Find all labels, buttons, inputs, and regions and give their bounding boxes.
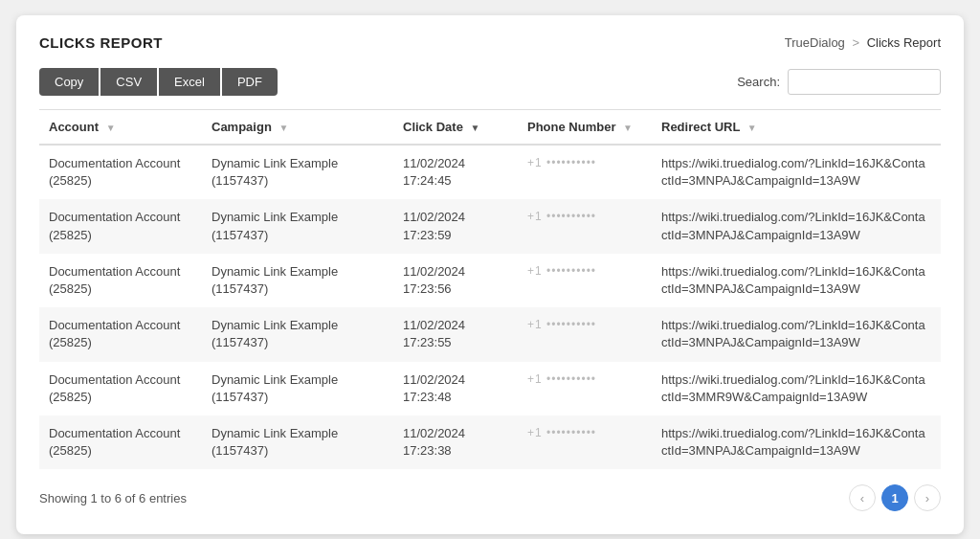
cell-click-date: 11/02/2024 17:23:48 — [393, 362, 518, 415]
pagination: ‹ 1 › — [849, 484, 941, 511]
col-header-account[interactable]: Account ▼ — [39, 110, 202, 146]
breadcrumb-current: Clicks Report — [867, 35, 941, 50]
toolbar: Copy CSV Excel PDF Search: — [39, 68, 941, 96]
cell-account: Documentation Account (25825) — [39, 415, 202, 469]
table-row: Documentation Account (25825)Dynamic Lin… — [39, 415, 941, 469]
cell-redirect-url: https://wiki.truedialog.com/?LinkId=16JK… — [652, 307, 941, 361]
footer: Showing 1 to 6 of 6 entries ‹ 1 › — [39, 484, 941, 511]
cell-campaign: Dynamic Link Example (1157437) — [202, 254, 393, 307]
cell-account: Documentation Account (25825) — [39, 199, 202, 253]
main-container: CLICKS REPORT TrueDialog > Clicks Report… — [16, 15, 964, 534]
cell-campaign: Dynamic Link Example (1157437) — [202, 307, 393, 361]
cell-redirect-url: https://wiki.truedialog.com/?LinkId=16JK… — [652, 199, 941, 253]
cell-click-date: 11/02/2024 17:23:59 — [393, 199, 518, 253]
table-row: Documentation Account (25825)Dynamic Lin… — [39, 199, 941, 253]
col-header-campaign[interactable]: Campaign ▼ — [202, 110, 393, 146]
cell-click-date: 11/02/2024 17:24:45 — [393, 145, 518, 199]
cell-phone-number: +1 •••••••••• — [518, 199, 652, 253]
table-wrapper: Account ▼ Campaign ▼ Click Date ▼ Phone … — [39, 109, 941, 469]
pdf-button[interactable]: PDF — [222, 68, 278, 96]
next-page-button[interactable]: › — [914, 484, 941, 511]
col-header-phone-number[interactable]: Phone Number ▼ — [518, 110, 652, 146]
prev-page-button[interactable]: ‹ — [849, 484, 876, 511]
cell-phone-number: +1 •••••••••• — [518, 307, 652, 361]
sort-icon-redirect-url: ▼ — [747, 123, 757, 133]
cell-phone-number: +1 •••••••••• — [518, 254, 652, 307]
table-row: Documentation Account (25825)Dynamic Lin… — [39, 254, 941, 307]
table-row: Documentation Account (25825)Dynamic Lin… — [39, 145, 941, 199]
search-label: Search: — [737, 75, 780, 89]
cell-click-date: 11/02/2024 17:23:56 — [393, 254, 518, 307]
cell-campaign: Dynamic Link Example (1157437) — [202, 362, 393, 415]
table-row: Documentation Account (25825)Dynamic Lin… — [39, 362, 941, 415]
excel-button[interactable]: Excel — [159, 68, 220, 96]
cell-campaign: Dynamic Link Example (1157437) — [202, 145, 393, 199]
cell-click-date: 11/02/2024 17:23:55 — [393, 307, 518, 361]
entries-label: Showing 1 to 6 of 6 entries — [39, 491, 187, 505]
cell-account: Documentation Account (25825) — [39, 362, 202, 415]
col-header-redirect-url[interactable]: Redirect URL ▼ — [652, 110, 941, 146]
cell-redirect-url: https://wiki.truedialog.com/?LinkId=16JK… — [652, 415, 941, 469]
sort-icon-click-date: ▼ — [471, 123, 480, 133]
cell-redirect-url: https://wiki.truedialog.com/?LinkId=16JK… — [652, 254, 941, 307]
cell-account: Documentation Account (25825) — [39, 254, 202, 307]
csv-button[interactable]: CSV — [100, 68, 157, 96]
breadcrumb-separator: > — [852, 35, 859, 50]
cell-account: Documentation Account (25825) — [39, 145, 202, 199]
sort-icon-phone-number: ▼ — [623, 123, 633, 133]
copy-button[interactable]: Copy — [39, 68, 99, 96]
cell-account: Documentation Account (25825) — [39, 307, 202, 361]
cell-redirect-url: https://wiki.truedialog.com/?LinkId=16JK… — [652, 145, 941, 199]
cell-phone-number: +1 •••••••••• — [518, 415, 652, 469]
cell-phone-number: +1 •••••••••• — [518, 145, 652, 199]
page-title: CLICKS REPORT — [39, 34, 163, 51]
header: CLICKS REPORT TrueDialog > Clicks Report — [39, 34, 941, 51]
col-header-click-date[interactable]: Click Date ▼ — [393, 110, 518, 146]
breadcrumb: TrueDialog > Clicks Report — [785, 35, 941, 50]
clicks-table: Account ▼ Campaign ▼ Click Date ▼ Phone … — [39, 109, 941, 469]
sort-icon-campaign: ▼ — [278, 123, 288, 133]
export-buttons: Copy CSV Excel PDF — [39, 68, 278, 96]
search-input[interactable] — [788, 69, 941, 95]
page-1-button[interactable]: 1 — [881, 484, 908, 511]
sort-icon-account: ▼ — [106, 123, 116, 133]
table-row: Documentation Account (25825)Dynamic Lin… — [39, 307, 941, 361]
cell-campaign: Dynamic Link Example (1157437) — [202, 415, 393, 469]
cell-phone-number: +1 •••••••••• — [518, 362, 652, 415]
search-bar: Search: — [737, 69, 941, 95]
cell-campaign: Dynamic Link Example (1157437) — [202, 199, 393, 253]
cell-click-date: 11/02/2024 17:23:38 — [393, 415, 518, 469]
cell-redirect-url: https://wiki.truedialog.com/?LinkId=16JK… — [652, 362, 941, 415]
breadcrumb-parent: TrueDialog — [785, 35, 845, 50]
